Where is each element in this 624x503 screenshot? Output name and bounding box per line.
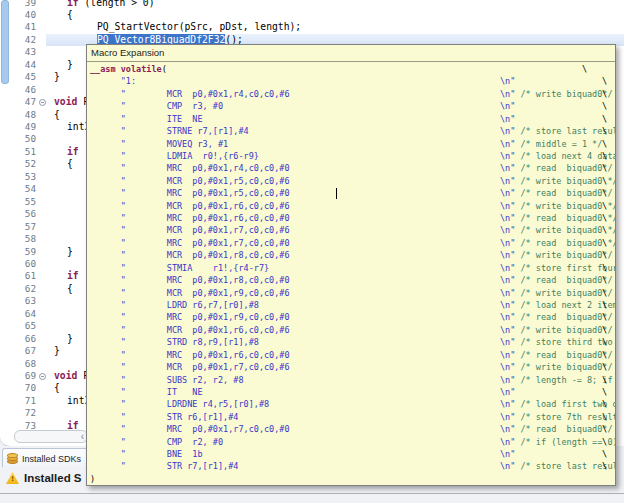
macro-line: " LDRDNE r4,r5,[r0],#8\n" /* load first … [90, 398, 615, 410]
asm-comment: /* read biquad0*/ [515, 163, 612, 173]
line-number: 49 [12, 121, 36, 133]
macro-line: " MCR p0,#0x1,r7,c0,c0,#6\n" /* write bi… [90, 361, 615, 373]
asm-comment: /* write biquad0*/ [515, 250, 612, 260]
asm-comment: /* write biquad0*/ [515, 288, 612, 298]
line-number: 68 [12, 358, 36, 370]
asm-comment: /* load next 2 items*/ [515, 300, 615, 310]
macro-line: " ITE NE\n"\ [90, 113, 615, 125]
macro-line: " MRC p0,#0x1,r6,c0,c0,#0\n" /* read biq… [90, 349, 615, 361]
line-number: 55 [12, 196, 36, 208]
macro-line: " MCR p0,#0x1,r9,c0,c0,#6\n" /* write bi… [90, 287, 615, 299]
asm-comment: /* write biquad0 */ [515, 176, 615, 186]
macro-line: __asm volatile(\ [90, 63, 615, 75]
code-text: { [67, 9, 73, 21]
line-number: 50 [12, 133, 36, 145]
asm-comment: /* write biquad0 */ [515, 201, 615, 211]
line-number: 57 [12, 221, 36, 233]
macro-line: " IT NE\n"\ [90, 386, 615, 398]
code-text: } [54, 345, 60, 357]
line-number: 67 [12, 345, 36, 357]
line-number: 61 [12, 270, 36, 282]
macro-line: " MCR p0,#0x1,r8,c0,c0,#6\n" /* write bi… [90, 249, 615, 261]
fold-collapse-icon[interactable] [39, 99, 46, 106]
macro-line: " SUBS r2, r2, #8\n" /* length -= 8; if … [90, 374, 615, 386]
macro-line: " MCR p0,#0x1,r4,c0,c0,#6\n" /* write bi… [90, 88, 615, 100]
line-number: 51 [12, 146, 36, 158]
code-text: { [67, 158, 73, 170]
asm-comment: /* store last result*/ [515, 126, 615, 136]
scroll-left-icon[interactable]: ‹ [81, 431, 84, 442]
line-number: 47 [12, 96, 36, 108]
asm-comment: /* middle = 1 */ [515, 139, 602, 149]
line-number: 53 [12, 171, 36, 183]
asm-comment: /* read biquad0*/ [515, 188, 612, 198]
asm-comment: /* write biquad0*/ [515, 325, 612, 335]
code-text: } [67, 246, 73, 258]
panel-divider [0, 493, 624, 494]
macro-line: " STRNE r7,[r1],#4\n" /* store last resu… [90, 125, 615, 137]
panel-heading: Installed S [6, 472, 82, 484]
code-text: PQ_StartVector(pSrc, pDst, length); [97, 21, 301, 33]
line-number: 45 [12, 71, 36, 83]
fold-collapse-icon[interactable] [39, 373, 46, 380]
line-number: 58 [12, 233, 36, 245]
macro-line: " MRC p0,#0x1,r6,c0,c0,#0\n" /* read biq… [90, 212, 615, 224]
macro-line: " MRC p0,#0x1,r9,c0,c0,#0\n" /* read biq… [90, 311, 615, 323]
line-number: 44 [12, 59, 36, 71]
line-number: 59 [12, 246, 36, 258]
code-text: { [67, 283, 73, 295]
warning-icon [6, 472, 19, 484]
macro-line: " MRC p0,#0x1,r7,c0,c0,#0\n" /* read biq… [90, 423, 615, 435]
macro-line: " MCR p0,#0x1,r5,c0,c0,#6\n" /* write bi… [90, 175, 615, 187]
macro-line: " MOVEQ r3, #1\n" /* middle = 1 */\ [90, 138, 615, 150]
macro-line: " STR r7,[r1],#4\n" /* store last result… [90, 460, 615, 472]
line-number: 66 [12, 333, 36, 345]
code-line[interactable]: 40{ [0, 9, 624, 21]
code-line[interactable]: 39if (length > 0) [0, 0, 624, 9]
macro-line: " CMP r2, #0\n" /* if (length == 0) */\ [90, 436, 615, 448]
macro-line: " LDMIA r0!,{r6-r9}\n" /* load next 4 da… [90, 150, 615, 162]
asm-comment: /* load next 4 datas */ [515, 151, 615, 161]
macro-expansion-popup[interactable]: Macro Expansion __asm volatile(\ "1:\n"\… [86, 44, 616, 486]
line-number: 39 [12, 0, 36, 9]
macro-line: " STMIA r1!,{r4-r7}\n" /* store first fo… [90, 262, 615, 274]
line-number: 52 [12, 158, 36, 170]
asm-comment: /* read biquad0*/ [515, 424, 612, 434]
tab-installed-sdks[interactable]: Installed SDKs [2, 448, 89, 467]
asm-comment: /* store first four results */ [515, 263, 615, 273]
text-cursor [336, 188, 337, 199]
asm-comment: /* length -= 8; if (length != 0) */ [515, 375, 615, 385]
line-number: 54 [12, 183, 36, 195]
asm-comment: /* if (length == 0) */ [515, 437, 615, 447]
tab-label: Installed SDKs [22, 454, 81, 464]
line-number: 43 [12, 46, 36, 58]
macro-line: " STR r6,[r1],#4\n" /* store 7th results… [90, 411, 615, 423]
macro-line: " MCR p0,#0x1,r7,c0,c0,#6\n" /* write bi… [90, 224, 615, 236]
macro-line: " BNE 1b\n"\ [90, 448, 615, 460]
macro-line: ) [90, 473, 615, 485]
asm-comment: /* write biquad0*/ [515, 89, 612, 99]
macro-line: " MRC p0,#0x1,r5,c0,c0,#0\n" /* read biq… [90, 187, 615, 199]
asm-comment: /* read biquad0 */ [515, 238, 615, 248]
line-number: 48 [12, 109, 36, 121]
popup-body[interactable]: __asm volatile(\ "1:\n"\ " MCR p0,#0x1,r… [87, 63, 615, 485]
sdk-package-icon [7, 453, 18, 464]
line-number: 62 [12, 283, 36, 295]
asm-comment: /* store 7th results */ [515, 412, 615, 422]
asm-comment: /* store third two results */ [515, 337, 615, 347]
asm-comment: /* read biquad0*/ [515, 275, 612, 285]
code-text: } [67, 333, 73, 345]
macro-line: " MRC p0,#0x1,r7,c0,c0,#0\n" /* read biq… [90, 237, 615, 249]
line-number: 41 [12, 21, 36, 33]
line-number: 70 [12, 382, 36, 394]
code-line[interactable]: 41PQ_StartVector(pSrc, pDst, length); [0, 21, 624, 33]
macro-line: "1:\n"\ [90, 75, 615, 87]
line-number: 64 [12, 308, 36, 320]
line-number: 42 [12, 34, 36, 46]
line-number: 71 [12, 395, 36, 407]
popup-title: Macro Expansion [87, 45, 615, 62]
horizontal-scrollbar[interactable]: ‹ [14, 430, 88, 443]
code-text: { [54, 382, 60, 394]
line-number: 63 [12, 295, 36, 307]
code-text: if (length > 0) [67, 0, 155, 9]
